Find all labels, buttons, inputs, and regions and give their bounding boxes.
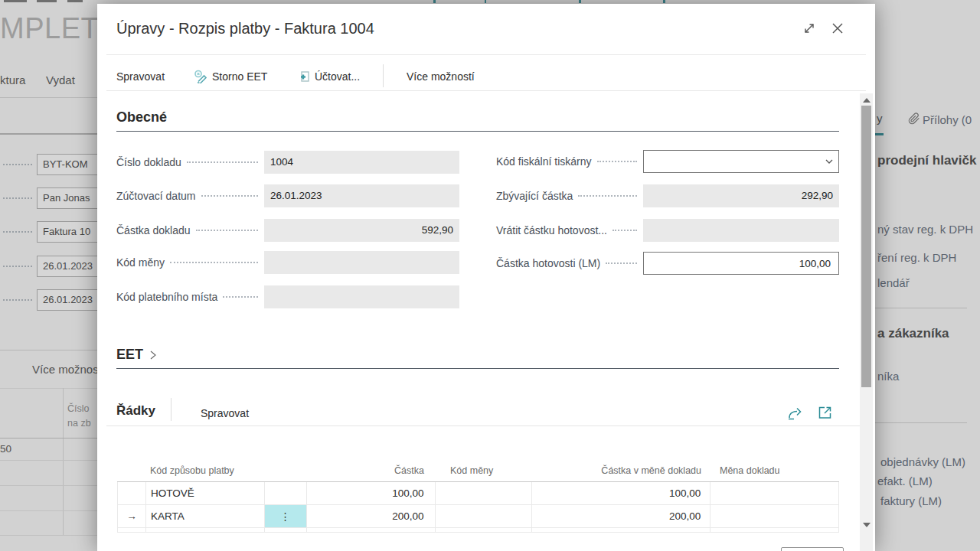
section-underline <box>116 131 839 132</box>
toolbar-manage-button[interactable]: Spravovat <box>116 69 165 84</box>
bg-divider <box>875 422 967 423</box>
expand-dialog-icon[interactable] <box>802 21 816 35</box>
bg-table-header: Číslo <box>67 403 89 414</box>
column-header-currency-code[interactable]: Kód měny <box>435 458 532 481</box>
bg-divider <box>0 388 107 389</box>
payment-code-cell[interactable]: HOTOVĚ <box>146 482 265 504</box>
section-heading-general: Obecné <box>116 109 167 126</box>
row-menu-cell[interactable] <box>265 482 307 504</box>
bg-row-line <box>0 460 107 461</box>
dotted-leader <box>578 195 637 197</box>
kod-platebniho-mista-field <box>264 285 459 308</box>
dotted-leader <box>3 266 32 267</box>
dotted-leader <box>223 296 258 298</box>
doc-currency-cell[interactable] <box>710 482 839 504</box>
bg-tab-active-underline <box>875 133 884 135</box>
bg-row-line <box>0 510 107 511</box>
divider <box>106 425 866 426</box>
column-header-doc-currency[interactable]: Měna dokladu <box>710 458 839 481</box>
toolbar-storno-eet-label: Storno EET <box>212 70 267 83</box>
field-row-zuctovaci-datum: Zúčtovací datum 26.01.2023 <box>116 184 459 207</box>
column-header-amount[interactable]: Částka <box>306 458 435 481</box>
dialog-bottom-button[interactable] <box>781 547 844 551</box>
dotted-leader <box>196 230 258 231</box>
dotted-leader <box>612 230 637 231</box>
chevron-down-icon[interactable] <box>825 157 834 166</box>
scroll-down-arrow-icon[interactable] <box>863 523 871 527</box>
toolbar-post-button[interactable]: Účtovat... <box>297 69 360 84</box>
bg-factbox-link: ření reg. k DPH <box>877 251 956 264</box>
field-row-castka-dokladu: Částka dokladu 592,90 <box>116 219 459 242</box>
field-label: Kód platebního místa <box>116 291 217 303</box>
toolbar-more-options-label: Více možností <box>407 70 475 83</box>
vertical-scrollbar[interactable] <box>860 93 873 551</box>
kod-fiskalni-tiskarny-input[interactable] <box>643 150 839 173</box>
vratit-castku-field <box>643 219 839 242</box>
empty-cell <box>710 528 839 532</box>
empty-cell <box>307 528 436 532</box>
field-row-kod-platebniho-mista: Kód platebního místa <box>116 285 459 308</box>
share-icon[interactable] <box>787 405 804 420</box>
bg-row-line <box>0 535 107 536</box>
bg-factbox-link: lendář <box>877 276 910 289</box>
payment-breakdown-dialog: Úpravy - Rozpis platby - Faktura 1004 Sp… <box>97 4 875 551</box>
amount-doc-currency-cell[interactable]: 100,00 <box>532 482 710 504</box>
empty-cell <box>146 528 265 532</box>
currency-code-cell[interactable] <box>436 482 533 504</box>
bg-factbox-link: objednávky (LM) <box>880 455 965 468</box>
row-menu-button[interactable]: ⋮ <box>265 505 307 527</box>
amount-cell[interactable]: 100,00 <box>307 482 436 504</box>
field-label: Kód fiskální tiskárny <box>496 155 592 168</box>
bg-table-cell: 50 <box>0 443 11 455</box>
header-spacer <box>264 458 306 481</box>
bg-factbox-link: faktury (LM) <box>880 494 942 507</box>
bg-divider <box>0 97 107 98</box>
scroll-up-arrow-icon[interactable] <box>863 98 871 103</box>
screen: MPLET s ktura Vydat BYT-KOM Pan Jonas Fa… <box>0 0 980 551</box>
payment-code-cell[interactable]: KARTA <box>146 505 265 527</box>
field-row-kod-meny: Kód měny <box>116 251 459 274</box>
dotted-leader <box>597 161 638 162</box>
header-spacer <box>117 458 145 481</box>
toolbar-storno-eet-button[interactable]: Storno EET <box>194 69 267 84</box>
bg-factbox-link: ný stav reg. k DPH <box>877 223 973 236</box>
field-row-kod-fiskalni-tiskarny: Kód fiskální tiskárny <box>496 150 839 173</box>
table-row-selected: → KARTA ⋮ 200,00 200,00 <box>117 505 839 528</box>
open-in-new-window-icon[interactable] <box>818 405 833 420</box>
field-label: Zbývající částka <box>496 190 573 202</box>
field-label: Kód měny <box>116 256 165 269</box>
divider <box>106 54 866 55</box>
payment-lines-table: Kód způsobu platby Částka Kód měny Částk… <box>117 458 839 533</box>
scrollbar-thumb[interactable] <box>861 106 871 387</box>
amount-cell[interactable]: 200,00 <box>307 505 436 527</box>
paperclip-icon <box>908 112 920 125</box>
bg-factbox-heading: prodejní hlavičk <box>877 153 976 168</box>
current-row-arrow: → <box>118 505 146 527</box>
bg-divider <box>875 308 967 308</box>
close-dialog-icon[interactable] <box>830 21 845 36</box>
field-label: Vrátit částku hotovost... <box>496 224 607 236</box>
currency-code-cell[interactable] <box>436 505 533 527</box>
bg-tab-fragment: y <box>877 112 883 125</box>
dotted-leader <box>3 299 32 301</box>
section-heading-eet[interactable]: EET <box>116 347 157 363</box>
field-row-zbyvajici-castka: Zbývající částka 292,90 <box>496 184 839 207</box>
doc-currency-cell[interactable] <box>710 505 839 527</box>
table-row: HOTOVĚ 100,00 100,00 <box>117 482 839 505</box>
column-header-payment-code[interactable]: Kód způsobu platby <box>145 458 264 481</box>
toolbar-more-options-button[interactable]: Více možností <box>407 69 475 84</box>
dotted-leader <box>201 195 259 197</box>
lines-bar-separator <box>171 398 172 421</box>
column-header-amount-doc-currency[interactable]: Částka v měně dokladu <box>532 458 710 481</box>
amount-doc-currency-cell[interactable]: 200,00 <box>532 505 710 527</box>
bg-top-fragment <box>579 0 581 3</box>
field-label: Číslo dokladu <box>116 156 181 168</box>
lines-manage-button[interactable]: Spravovat <box>201 406 249 421</box>
bg-tab-faktura: ktura <box>0 73 25 86</box>
chevron-right-icon <box>149 350 157 360</box>
dotted-leader <box>187 161 258 163</box>
bg-top-fragment <box>485 0 486 3</box>
bg-top-fragment <box>37 0 57 2</box>
castka-hotovosti-input[interactable] <box>643 252 839 275</box>
field-label: Částka dokladu <box>116 224 191 236</box>
